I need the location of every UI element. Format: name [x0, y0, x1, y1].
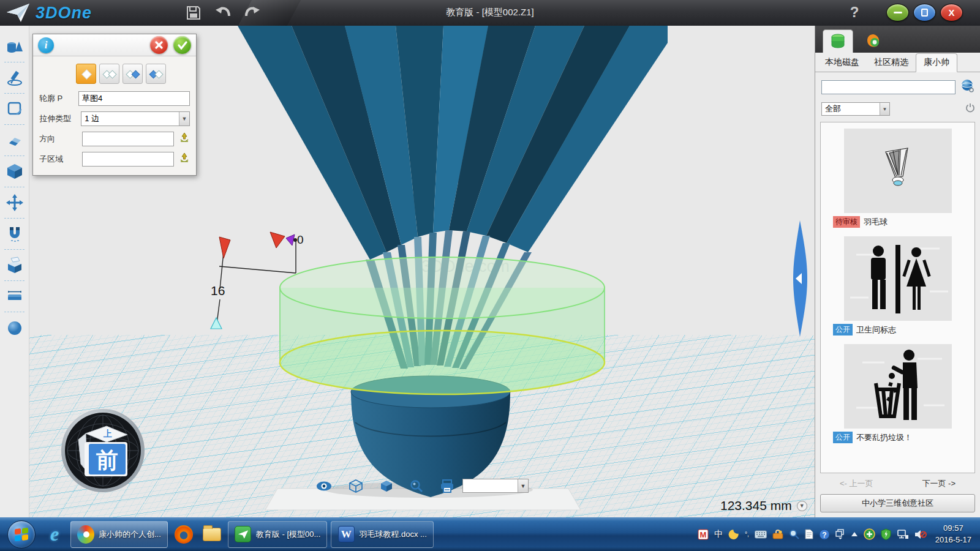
taskbar-button-browser[interactable]: 康小帅的个人创... — [70, 521, 168, 548]
shuttlecock-feathers[interactable] — [238, 26, 668, 260]
taskbar-button-word[interactable]: W 羽毛球教程.docx ... — [331, 521, 434, 548]
profile-input[interactable] — [78, 91, 190, 106]
gallery-item-restroom[interactable]: 公开 卫生间标志 — [826, 236, 970, 335]
firefox-taskbar-icon[interactable] — [170, 520, 198, 549]
extrude-preview-cylinder[interactable] — [280, 257, 605, 394]
dialog-ok-button[interactable] — [173, 36, 191, 54]
extrude-mode-1-button[interactable] — [76, 64, 96, 84]
folder-icon — [203, 528, 221, 541]
save-button[interactable] — [184, 3, 203, 23]
help-tray-icon[interactable]: ? — [819, 528, 830, 541]
tab-community-featured[interactable]: 社区精选 — [867, 54, 916, 72]
word-icon: W — [338, 526, 355, 542]
assembly-tool[interactable] — [0, 220, 29, 247]
extrude-dialog: i — [32, 34, 197, 176]
search-input[interactable] — [821, 80, 956, 94]
gallery-item-label: 羽毛球 — [864, 217, 888, 228]
network-tray-icon[interactable] — [897, 528, 909, 541]
taskbar-button-3done[interactable]: 教育版 - [模型00... — [228, 521, 327, 548]
solid-edit-tool[interactable] — [0, 158, 29, 185]
direction-pick-button[interactable] — [179, 132, 190, 146]
thumbnail-restroom-sign — [844, 236, 952, 321]
security-shield-tray-icon[interactable] — [881, 528, 891, 541]
wireframe-view-button[interactable] — [349, 479, 363, 496]
sphere-icon — [6, 318, 24, 337]
ime-punct-indicator[interactable]: °, — [745, 528, 749, 541]
visibility-eye-button[interactable] — [316, 481, 332, 494]
move-tool[interactable] — [0, 189, 29, 216]
cube-sheet-icon — [6, 256, 24, 274]
keyboard-tray-icon[interactable] — [755, 528, 767, 541]
category-dropdown[interactable]: 全部 ▼ — [821, 102, 890, 116]
library-tab[interactable] — [823, 29, 853, 53]
taskbar-clock[interactable]: 09:57 2016-5-17 — [935, 523, 971, 546]
view-preset-combobox[interactable]: ▼ — [462, 479, 529, 493]
scale-readout: 123.345 mm — [720, 498, 792, 513]
scale-expand-button[interactable]: ▼ — [797, 501, 807, 511]
help-button[interactable]: ? — [845, 4, 864, 21]
clock-time: 09:57 — [935, 523, 971, 534]
panel-collapse-handle[interactable] — [791, 220, 807, 337]
undo-button[interactable] — [213, 3, 233, 23]
solid-view-button[interactable] — [380, 479, 393, 495]
windows-taskbar: e 康小帅的个人创... 教育版 - [模型00... W 羽毛球教程.docx… — [0, 517, 980, 551]
ime-indicator[interactable]: 中 — [714, 528, 723, 541]
view-preset-arrow[interactable]: ▼ — [518, 479, 528, 492]
tab-user[interactable]: 康小帅 — [916, 53, 957, 72]
gallery-item-litter[interactable]: 公开 不要乱扔垃圾！ — [826, 344, 970, 443]
search-globe-button[interactable] — [960, 78, 975, 96]
subregion-pick-button[interactable] — [179, 152, 190, 166]
status-badge: 公开 — [833, 324, 853, 335]
extrude-mode-2-button[interactable] — [99, 64, 119, 84]
zoom-view-button[interactable] — [410, 479, 423, 495]
window-restore-tray-icon[interactable] — [835, 528, 845, 541]
3d-viewport[interactable]: 3DOne.com — [29, 26, 815, 517]
extrude-mode-3-button[interactable] — [123, 64, 143, 84]
eraser-tool[interactable] — [0, 127, 29, 154]
primitives-tool[interactable] — [0, 33, 29, 60]
extrude-type-label: 拉伸类型 — [39, 113, 81, 124]
moon-tray-icon[interactable] — [728, 528, 739, 541]
left-toolbar — [0, 26, 29, 517]
eraser-icon — [6, 131, 24, 149]
volume-muted-tray-icon[interactable] — [914, 528, 927, 541]
community-logo-icon — [865, 33, 881, 49]
material-tool[interactable] — [0, 314, 29, 341]
subregion-input[interactable] — [82, 152, 174, 167]
gallery-item-badminton[interactable]: 待审核 羽毛球 — [826, 129, 970, 228]
tab-local-disk[interactable]: 本地磁盘 — [818, 54, 867, 72]
prev-page-button[interactable]: <- 上一页 — [840, 478, 873, 489]
extrude-mode-4-button[interactable] — [146, 64, 166, 84]
edit-sketch-tool[interactable] — [0, 96, 29, 122]
sketch-tool[interactable] — [0, 64, 29, 91]
community-site-tab[interactable] — [858, 29, 889, 53]
community-site-button[interactable]: 中小学三维创意社区 — [820, 494, 975, 512]
start-button[interactable] — [7, 520, 36, 549]
search-tray-icon[interactable] — [789, 528, 799, 541]
close-button[interactable]: X — [940, 4, 963, 21]
3done-icon — [235, 526, 251, 542]
measure-tool[interactable] — [0, 283, 29, 310]
maximize-button[interactable] — [913, 4, 936, 21]
special-feature-tool[interactable] — [0, 252, 29, 279]
ie-taskbar-icon[interactable]: e — [40, 520, 69, 549]
ruler-icon — [6, 287, 24, 305]
document-tray-icon[interactable] — [805, 528, 813, 541]
view-cube[interactable]: 前 上 — [60, 408, 146, 493]
minimize-button[interactable] — [886, 4, 909, 21]
panel-icon-strip — [815, 26, 980, 53]
extrude-type-dropdown[interactable]: 1 边 ▼ — [81, 111, 190, 126]
refresh-power-button[interactable] — [965, 103, 975, 115]
mail-tray-icon[interactable]: M — [698, 528, 709, 541]
show-hidden-icons-button[interactable] — [851, 528, 858, 541]
gallery-item-label: 卫生间标志 — [856, 324, 896, 335]
toolbox-tray-icon[interactable] — [772, 528, 783, 541]
explorer-taskbar-icon[interactable] — [198, 520, 226, 549]
next-page-button[interactable]: 下一页 -> — [922, 478, 956, 489]
redo-button[interactable] — [243, 3, 262, 23]
dialog-cancel-button[interactable] — [150, 36, 168, 54]
print-button[interactable] — [440, 479, 454, 495]
antivirus-plus-tray-icon[interactable] — [864, 528, 875, 541]
direction-input[interactable] — [82, 132, 174, 146]
status-badge: 公开 — [833, 432, 853, 443]
